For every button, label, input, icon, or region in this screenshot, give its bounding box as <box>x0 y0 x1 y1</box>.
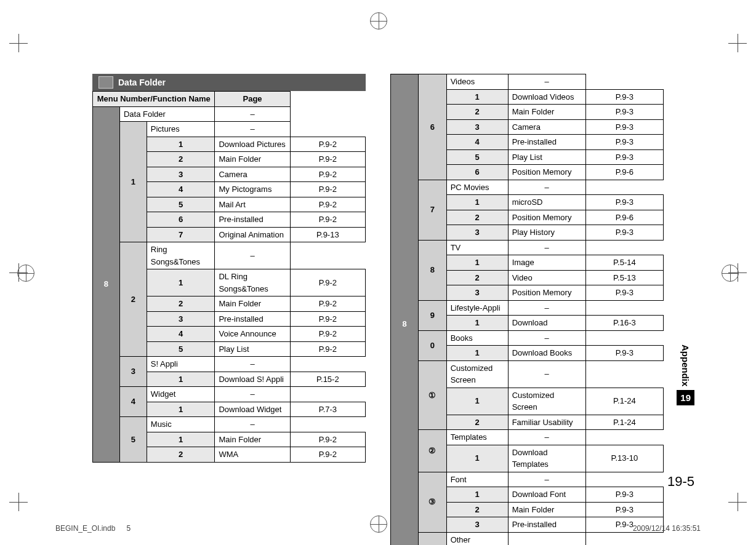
row-name: Download <box>508 316 585 331</box>
row-num-lvl2: 2 <box>446 105 508 120</box>
row-num-lvl2: 5 <box>446 149 508 165</box>
cropmark-icon <box>725 490 750 514</box>
row-num-lvl2: 3 <box>147 167 215 182</box>
table-row: 1Pictures– <box>93 122 366 137</box>
row-num-lvl2: 4 <box>446 135 508 150</box>
row-name: Pre-installed <box>508 517 585 533</box>
row-page: P.9-6 <box>585 165 663 180</box>
row-page: P.13-10 <box>585 445 663 472</box>
row-name: Video <box>508 270 585 285</box>
row-name: Pre-installed <box>215 311 290 327</box>
chapter-chip: 19 <box>677 390 694 405</box>
page-number: 19-5 <box>667 474 694 490</box>
cropmark-icon <box>6 490 31 514</box>
row-name: microSD <box>508 195 585 210</box>
row-num-lvl2: 6 <box>147 212 215 228</box>
row-num-lvl2: 1 <box>446 487 508 503</box>
row-page: P.9-2 <box>290 311 365 327</box>
row-name: Position Memory <box>508 210 585 225</box>
row-name: Download Templates <box>508 445 585 472</box>
row-page: P.1-24 <box>585 415 663 430</box>
footer-right: 2009/12/14 16:35:51 <box>633 524 701 533</box>
registration-icon <box>370 12 387 30</box>
table-row: ③Font– <box>391 472 664 487</box>
row-num-lvl2: 2 <box>446 415 508 430</box>
row-name: Camera <box>215 167 290 182</box>
row-num-lvl2: 1 <box>147 372 215 387</box>
cropmark-icon <box>6 31 31 55</box>
row-page: – <box>215 417 290 432</box>
row-page: P.9-2 <box>290 447 365 463</box>
col-header-page: Page <box>215 92 290 107</box>
table-row: 86Videos– <box>391 74 664 90</box>
row-num-lvl1: 2 <box>119 242 147 357</box>
table-row: 4Widget– <box>93 387 366 402</box>
row-name: WMA <box>215 447 290 463</box>
row-num-lvl2: 1 <box>147 402 215 417</box>
registration-icon <box>722 265 739 282</box>
row-page: P.9-2 <box>290 167 365 182</box>
row-num-lvl1: 6 <box>419 74 446 180</box>
row-name: Videos <box>446 74 508 90</box>
row-page: P.9-3 <box>585 285 663 301</box>
row-page: P.9-2 <box>290 432 365 447</box>
columns-container: Data Folder Menu Number/Function Name Pa… <box>0 0 756 545</box>
row-page: P.9-2 <box>290 182 365 197</box>
row-num-lvl1: 8 <box>419 240 446 300</box>
row-name: Download S! Appli <box>215 372 290 387</box>
row-page: – <box>215 357 290 372</box>
row-name: Lifestyle-Appli <box>446 300 508 316</box>
table-row: 2Ring Songs&Tones– <box>93 242 366 269</box>
row-page: P.9-3 <box>585 105 663 120</box>
table-row: 8Data Folder– <box>93 106 366 122</box>
row-name: Customized Screen <box>508 388 585 415</box>
row-page: P.9-2 <box>290 269 365 296</box>
row-num-lvl2: 5 <box>147 197 215 212</box>
row-name: PC Movies <box>446 180 508 195</box>
row-page: – <box>215 387 290 402</box>
row-name: Image <box>508 255 585 271</box>
row-num-lvl2: 2 <box>147 152 215 167</box>
row-name: Mail Art <box>215 197 290 212</box>
row-name: Pre-installed <box>508 135 585 150</box>
row-num-lvl0: 8 <box>93 106 120 462</box>
row-num-lvl2: 5 <box>147 341 215 357</box>
row-page: – <box>215 122 290 137</box>
row-num-lvl2: 1 <box>446 89 508 105</box>
row-page: P.9-2 <box>290 341 365 357</box>
row-name: Books <box>446 330 508 346</box>
row-num-lvl2: 1 <box>446 195 508 210</box>
row-num-lvl2: 1 <box>147 269 215 296</box>
row-num-lvl2: 1 <box>446 346 508 361</box>
col-header-menu: Menu Number/Function Name <box>93 92 215 107</box>
row-name: Main Folder <box>215 152 290 167</box>
row-name: DL Ring Songs&Tones <box>215 269 290 296</box>
row-page: – <box>508 180 585 195</box>
row-num-lvl1: 7 <box>419 180 446 240</box>
row-page: – <box>508 360 585 388</box>
side-label-text: Appendix <box>680 344 691 386</box>
row-name: Templates <box>446 430 508 445</box>
table-row: 9Lifestyle-Appli– <box>391 300 664 316</box>
row-page: – <box>508 240 585 255</box>
row-num-lvl2: 1 <box>446 388 508 415</box>
row-name: Other Documents <box>446 532 508 545</box>
row-num-lvl2: 2 <box>446 502 508 517</box>
row-name: Play List <box>215 341 290 357</box>
row-num-lvl1: 0 <box>419 330 446 360</box>
section-title: Data Folder <box>118 78 166 87</box>
row-page: P.9-2 <box>290 152 365 167</box>
row-page: P.5-14 <box>585 255 663 271</box>
row-num-lvl1: 1 <box>119 122 147 242</box>
row-name: Camera <box>508 119 585 135</box>
row-page: P.9-3 <box>585 135 663 150</box>
left-table: Menu Number/Function Name Page 8Data Fol… <box>92 91 366 463</box>
row-name: Main Folder <box>215 296 290 312</box>
row-num-lvl2: 3 <box>446 119 508 135</box>
row-name: Familiar Usability <box>508 415 585 430</box>
row-page: P.9-3 <box>585 195 663 210</box>
row-num-lvl2: 2 <box>446 270 508 285</box>
row-name: Download Videos <box>508 89 585 105</box>
footer-file: BEGIN_E_OI.indb <box>55 524 115 533</box>
table-row: 5Music– <box>93 417 366 432</box>
